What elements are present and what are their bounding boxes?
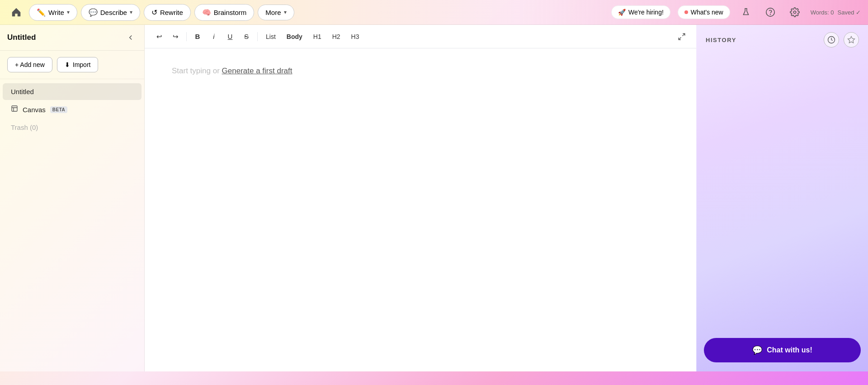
sidebar: Untitled + Add new ⬇ Import Untitled <box>0 25 145 371</box>
top-bar: ✏️ Write ▾ 💬 Describe ▾ ↺ Rewrite 🧠 Brai… <box>0 0 868 25</box>
toolbar-divider-2 <box>257 32 258 41</box>
expand-button[interactable] <box>675 29 689 44</box>
write-icon: ✏️ <box>37 8 46 17</box>
rewrite-label: Rewrite <box>160 9 183 16</box>
brainstorm-button[interactable]: 🧠 Brainstorm <box>194 4 255 21</box>
body-label: Body <box>287 33 302 40</box>
bold-icon: B <box>195 33 200 40</box>
rewrite-button[interactable]: ↺ Rewrite <box>144 4 191 21</box>
experiments-button[interactable] <box>737 4 755 21</box>
h2-label: H2 <box>332 33 340 40</box>
history-body <box>697 55 868 333</box>
whatsnew-label: What's new <box>691 9 723 16</box>
svg-point-1 <box>770 14 770 14</box>
sidebar-collapse-button[interactable] <box>124 31 137 44</box>
redo-icon: ↪ <box>173 33 179 41</box>
untitled-label: Untitled <box>11 88 34 95</box>
brainstorm-icon: 🧠 <box>202 8 211 17</box>
whatsnew-badge[interactable]: What's new <box>678 5 730 19</box>
svg-rect-3 <box>12 106 17 111</box>
rewrite-icon: ↺ <box>151 8 157 17</box>
svg-point-0 <box>766 8 774 16</box>
more-chevron: ▾ <box>284 9 287 15</box>
undo-icon: ↩ <box>156 33 162 41</box>
saved-status: Saved ✓ <box>838 9 861 16</box>
body-button[interactable]: Body <box>282 31 307 42</box>
import-icon: ⬇ <box>65 61 70 68</box>
svg-point-2 <box>793 11 796 14</box>
settings-button[interactable] <box>786 4 803 21</box>
more-label: More <box>265 9 281 16</box>
generate-draft-link[interactable]: Generate a first draft <box>222 67 292 75</box>
strikethrough-icon: S <box>244 33 249 40</box>
h3-button[interactable]: H3 <box>347 31 364 42</box>
sidebar-nav: Untitled Canvas BETA Trash (0) <box>0 79 144 371</box>
history-title: HISTORY <box>706 37 736 43</box>
underline-button[interactable]: U <box>223 29 237 44</box>
underline-icon: U <box>228 33 233 40</box>
more-button[interactable]: More ▾ <box>258 5 294 20</box>
h2-button[interactable]: H2 <box>328 31 345 42</box>
redo-button[interactable]: ↪ <box>168 29 183 44</box>
undo-button[interactable]: ↩ <box>152 29 166 44</box>
hiring-label: We're hiring! <box>628 9 664 16</box>
italic-icon: i <box>213 33 214 40</box>
editor-area: ↩ ↪ B i U S List Body <box>145 25 696 371</box>
h1-label: H1 <box>313 33 321 40</box>
home-button[interactable] <box>7 3 25 21</box>
import-label: Import <box>73 61 91 68</box>
history-icons <box>824 32 859 48</box>
chat-button[interactable]: 💬 Chat with us! <box>704 338 861 362</box>
history-clock-button[interactable] <box>824 32 839 48</box>
words-count: Words: 0 <box>811 9 834 16</box>
editor-toolbar: ↩ ↪ B i U S List Body <box>145 25 696 48</box>
sidebar-item-canvas[interactable]: Canvas BETA <box>3 100 142 119</box>
editor-content[interactable]: Start typing or Generate a first draft <box>145 48 696 371</box>
canvas-label: Canvas <box>23 106 46 114</box>
h1-button[interactable]: H1 <box>309 31 326 42</box>
h3-label: H3 <box>351 33 359 40</box>
write-chevron: ▾ <box>67 9 70 15</box>
beta-badge: BETA <box>50 106 67 113</box>
whatsnew-dot <box>684 10 688 14</box>
editor-placeholder-text: Start typing or <box>172 67 222 75</box>
chat-label: Chat with us! <box>767 346 812 354</box>
hiring-badge[interactable]: 🚀 We're hiring! <box>611 5 670 19</box>
add-new-label: + Add new <box>15 61 45 68</box>
chat-icon: 💬 <box>752 345 762 355</box>
history-panel: HISTORY 💬 Chat with us! <box>696 25 868 371</box>
main-layout: Untitled + Add new ⬇ Import Untitled <box>0 25 868 371</box>
write-label: Write <box>48 9 64 16</box>
history-header: HISTORY <box>697 25 868 55</box>
brainstorm-label: Brainstorm <box>214 9 247 16</box>
strikethrough-button[interactable]: S <box>239 29 254 44</box>
add-new-button[interactable]: + Add new <box>7 57 52 72</box>
import-button[interactable]: ⬇ Import <box>57 57 99 72</box>
help-button[interactable] <box>762 4 779 21</box>
sidebar-header: Untitled <box>0 25 144 51</box>
write-button[interactable]: ✏️ Write ▾ <box>29 4 77 21</box>
describe-label: Describe <box>100 9 127 16</box>
sidebar-item-untitled[interactable]: Untitled <box>3 83 142 100</box>
describe-chevron: ▾ <box>130 9 132 15</box>
trash-label: Trash (0) <box>11 124 38 131</box>
describe-icon: 💬 <box>89 8 98 17</box>
canvas-icon <box>11 105 18 114</box>
hiring-icon: 🚀 <box>618 9 626 16</box>
top-bar-right: 🚀 We're hiring! What's new W <box>611 4 861 21</box>
list-label: List <box>266 33 276 40</box>
sidebar-title: Untitled <box>7 33 36 42</box>
describe-button[interactable]: 💬 Describe ▾ <box>81 4 140 21</box>
italic-button[interactable]: i <box>207 29 221 44</box>
words-saved-row: Words: 0 Saved ✓ <box>811 9 861 16</box>
toolbar-divider-1 <box>186 32 187 41</box>
list-button[interactable]: List <box>261 31 280 42</box>
sidebar-actions: + Add new ⬇ Import <box>0 51 144 79</box>
bold-button[interactable]: B <box>190 29 205 44</box>
history-star-button[interactable] <box>844 32 859 48</box>
sidebar-item-trash[interactable]: Trash (0) <box>3 119 142 136</box>
